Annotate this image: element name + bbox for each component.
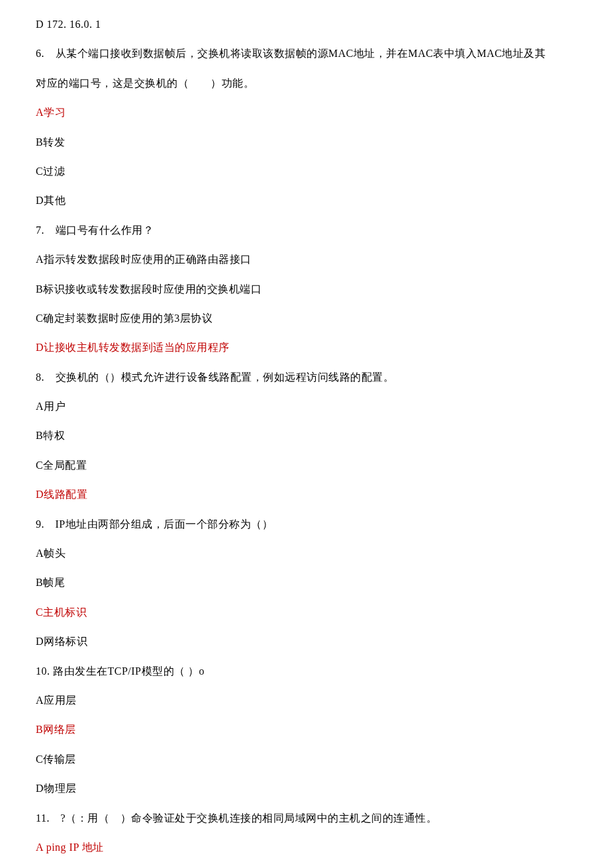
q11-stem: 11. ?（：用（ ）命令验证处于交换机连接的相同局域网中的主机之间的连通性。 — [36, 811, 573, 826]
q6-option-c: C过滤 — [36, 164, 573, 179]
q9-option-d: D网络标识 — [36, 634, 573, 649]
q7-option-c: C确定封装数据时应使用的第3层协议 — [36, 311, 573, 326]
q10-option-c: C传输层 — [36, 752, 573, 767]
q6-stem-line1: 6. 从某个端口接收到数据帧后，交换机将读取该数据帧的源MAC地址，并在MAC表… — [36, 46, 573, 61]
q10-stem: 10. 路由发生在TCP/IP模型的（ ）o — [36, 664, 573, 679]
preamble-line: D 172. 16.0. 1 — [36, 17, 573, 32]
q7-option-d: D让接收主机转发数据到适当的应用程序 — [36, 340, 573, 355]
q8-option-d: D线路配置 — [36, 487, 573, 502]
q10-option-d: D物理层 — [36, 781, 573, 796]
q6-stem-line2: 对应的端口号，这是交换机的（ ）功能。 — [36, 76, 573, 91]
q7-option-b: B标识接收或转发数据段时应使用的交换机端口 — [36, 282, 573, 297]
q8-option-a: A用户 — [36, 399, 573, 414]
q7-option-a: A指示转发数据段时应使用的正确路由器接口 — [36, 252, 573, 267]
q9-option-a: A帧头 — [36, 546, 573, 561]
q9-option-c: C主机标识 — [36, 605, 573, 620]
q6-option-b: B转发 — [36, 135, 573, 150]
document-page: D 172. 16.0. 1 6. 从某个端口接收到数据帧后，交换机将读取该数据… — [0, 0, 609, 868]
q9-stem: 9. IP地址由两部分组成，后面一个部分称为（） — [36, 517, 573, 532]
q8-option-b: B特权 — [36, 428, 573, 443]
q6-option-a: A学习 — [36, 105, 573, 120]
q10-option-b: B网络层 — [36, 722, 573, 737]
q8-option-c: C全局配置 — [36, 458, 573, 473]
q9-option-b: B帧尾 — [36, 575, 573, 590]
q11-option-a: A ping IP 地址 — [36, 840, 573, 855]
q7-stem: 7. 端口号有什么作用？ — [36, 223, 573, 238]
q10-option-a: A应用层 — [36, 693, 573, 708]
q8-stem: 8. 交换机的（）模式允许进行设备线路配置，例如远程访问线路的配置。 — [36, 370, 573, 385]
q6-option-d: D其他 — [36, 193, 573, 208]
